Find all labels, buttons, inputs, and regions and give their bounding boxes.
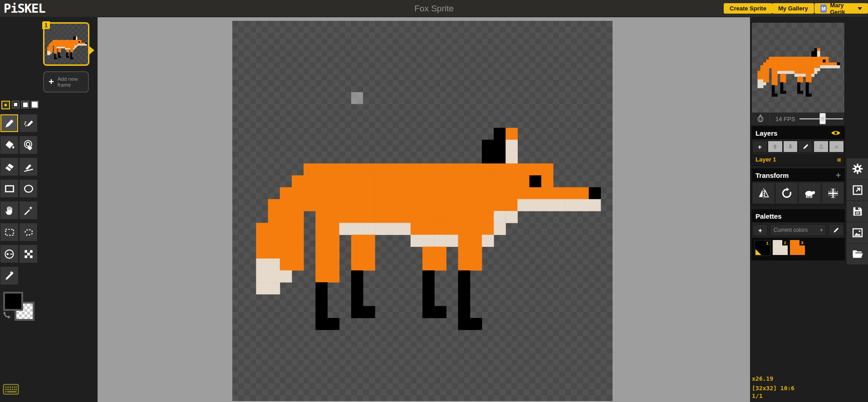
layers-header: Layers [752, 127, 844, 139]
frame-thumbnail-canvas [44, 24, 88, 66]
animation-preview-canvas [752, 23, 844, 113]
palette-swatch-3[interactable]: 3 [790, 240, 805, 255]
palettes-header: Palettes [752, 210, 844, 222]
rename-layer-button[interactable] [798, 141, 813, 152]
dithering-icon [23, 248, 34, 260]
eyedropper-icon [4, 270, 15, 282]
frame-select-arrow-icon [89, 46, 94, 54]
transform-panel: Transform + [751, 168, 845, 205]
hand-icon [4, 205, 15, 216]
pen-tool[interactable] [0, 114, 18, 132]
magic-wand-icon [23, 205, 34, 216]
chevron-down-icon [858, 7, 862, 10]
fps-slider[interactable] [799, 118, 843, 119]
layer-row[interactable]: Layer 1 α [752, 154, 844, 165]
user-avatar: M [820, 5, 827, 13]
canvas-size-cursor: [32x32] 10:6 [752, 385, 794, 392]
add-new-frame-button[interactable]: + Add new frame [43, 71, 89, 93]
create-sprite-button[interactable]: Create Sprite [724, 3, 772, 14]
merge-layer-button[interactable] [814, 141, 829, 152]
palette-select[interactable]: Current colors ▾ [770, 224, 826, 236]
zoom-level: x26.19 [752, 375, 773, 382]
circle-icon [23, 183, 34, 195]
edit-palette-button[interactable] [829, 224, 843, 236]
gear-icon [851, 162, 864, 176]
frame-indicator: 1/1 [752, 392, 762, 399]
circle-tool[interactable] [20, 180, 37, 197]
rotate-button[interactable] [776, 183, 797, 203]
resize-button[interactable] [847, 180, 868, 201]
crosshair-icon [827, 187, 839, 200]
arrow-up-icon [772, 143, 778, 150]
palette-swatch-2[interactable]: 2 [773, 240, 788, 255]
stroke-tool[interactable] [20, 158, 37, 176]
colorpicker-tool[interactable] [0, 267, 18, 284]
layer-up-button[interactable] [768, 141, 783, 152]
pen-icon [4, 118, 15, 129]
layer-down-button[interactable] [783, 141, 798, 152]
drawing-canvas[interactable] [232, 21, 613, 401]
lasso-select-tool[interactable] [20, 223, 37, 241]
paint-bucket-icon [4, 139, 15, 151]
pen-size-1[interactable] [1, 101, 10, 109]
clone-button[interactable] [799, 183, 820, 203]
palette-swatch-1[interactable]: 1 [755, 240, 770, 256]
pen-size-2[interactable] [12, 101, 20, 108]
layer-buttons: + × [752, 139, 844, 154]
layer-opacity-toggle[interactable]: α [837, 156, 841, 163]
pen-size-3[interactable] [21, 101, 29, 108]
selected-color-indicator [755, 249, 761, 255]
fps-label: 14 FPS [775, 116, 795, 123]
swap-arrow-icon [3, 311, 12, 320]
top-bar: PiSKEL Fox Sprite Create Sprite My Galle… [0, 0, 868, 17]
eye-icon[interactable] [831, 130, 841, 136]
pencil-icon [833, 227, 839, 233]
save-icon [851, 205, 864, 218]
center-button[interactable] [822, 183, 843, 203]
frame-number-badge: 1 [42, 21, 50, 29]
plus-icon: + [49, 77, 54, 87]
save-button[interactable] [847, 201, 868, 222]
transform-expand-button[interactable]: + [836, 170, 841, 180]
transform-buttons [752, 181, 844, 205]
delete-layer-button[interactable]: × [829, 141, 844, 152]
palettes-title: Palettes [755, 212, 782, 220]
sheep-icon [804, 187, 816, 200]
export-button[interactable] [847, 222, 868, 243]
flip-icon [757, 187, 770, 200]
rectangle-select-tool[interactable] [0, 223, 18, 241]
paint-bucket-tool[interactable] [0, 136, 18, 154]
palette-controls: + Current colors ▾ [752, 222, 844, 238]
lighten-tool[interactable] [0, 245, 18, 263]
move-tool[interactable] [0, 201, 18, 219]
user-menu-button[interactable]: M Mary Gerik [814, 3, 868, 14]
pen-size-selector [1, 101, 39, 109]
paint-all-tool[interactable] [20, 136, 37, 154]
keyboard-shortcuts-button[interactable] [3, 383, 19, 397]
paint-all-icon [23, 139, 34, 151]
flip-button[interactable] [753, 183, 774, 203]
vertical-mirror-pen-tool[interactable] [20, 114, 37, 132]
import-button[interactable] [847, 244, 868, 265]
lasso-select-icon [23, 226, 34, 238]
onion-skin-button[interactable] [751, 113, 770, 125]
resize-icon [851, 184, 864, 196]
my-gallery-button[interactable]: My Gallery [772, 3, 814, 14]
eraser-icon [4, 161, 15, 173]
keyboard-icon [3, 383, 19, 395]
left-sidebar: 1 + Add new frame [0, 17, 98, 402]
eraser-tool[interactable] [0, 158, 18, 176]
shape-select-tool[interactable] [20, 201, 37, 219]
primary-color-swatch[interactable] [3, 292, 23, 311]
add-layer-button[interactable]: + [752, 141, 767, 152]
frame-thumbnail[interactable] [43, 22, 89, 66]
dithering-tool[interactable] [20, 245, 37, 263]
pen-size-4[interactable] [31, 101, 39, 108]
rectangle-tool[interactable] [0, 180, 18, 197]
settings-button[interactable] [847, 158, 868, 179]
add-palette-button[interactable]: + [753, 224, 768, 236]
swap-colors-button[interactable] [3, 311, 12, 322]
rectangle-icon [4, 183, 15, 195]
fps-slider-handle[interactable] [819, 113, 826, 124]
chevron-down-icon: ▾ [820, 227, 823, 233]
